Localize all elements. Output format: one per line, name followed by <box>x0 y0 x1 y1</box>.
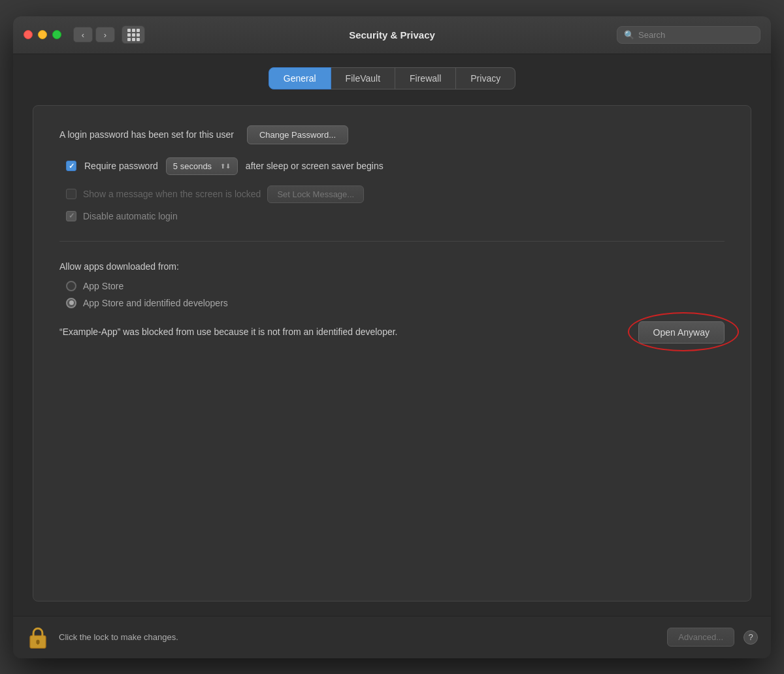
grid-icon <box>127 29 140 41</box>
search-bar[interactable]: 🔍 <box>617 26 760 44</box>
search-icon: 🔍 <box>624 30 634 40</box>
radio-app-store-label: App Store <box>83 281 123 291</box>
content-area: General FileVault Firewall Privacy A log… <box>13 54 771 616</box>
tab-bar: General FileVault Firewall Privacy <box>33 67 751 89</box>
back-button[interactable]: ‹ <box>73 27 93 42</box>
require-password-row: Require password 5 seconds ⬆⬇ after slee… <box>59 157 725 175</box>
footer-lock-text: Click the lock to make changes. <box>59 632 658 642</box>
tab-privacy[interactable]: Privacy <box>456 67 515 89</box>
show-message-checkbox[interactable] <box>66 189 76 199</box>
open-anyway-button[interactable]: Open Anyway <box>638 321 725 344</box>
advanced-button[interactable]: Advanced... <box>667 628 734 647</box>
disable-autologin-row: Disable automatic login <box>59 211 725 221</box>
dropdown-arrow-icon: ⬆⬇ <box>220 163 231 170</box>
help-button[interactable]: ? <box>743 630 758 645</box>
minimize-button[interactable] <box>38 30 47 39</box>
radio-app-store-row: App Store <box>59 281 725 291</box>
blocked-app-row: “Example-App” was blocked from use becau… <box>59 321 725 344</box>
open-anyway-container: Open Anyway <box>638 321 725 344</box>
footer: Click the lock to make changes. Advanced… <box>13 616 771 658</box>
window-title: Security & Privacy <box>349 29 435 40</box>
titlebar: ‹ › Security & Privacy 🔍 <box>13 16 771 54</box>
disable-autologin-label: Disable automatic login <box>83 211 178 221</box>
after-sleep-label: after sleep or screen saver begins <box>246 161 384 171</box>
require-password-label: Require password <box>84 161 158 171</box>
radio-app-store-developers-row: App Store and identified developers <box>59 298 725 308</box>
show-message-label: Show a message when the screen is locked <box>83 189 261 199</box>
password-info-label: A login password has been set for this u… <box>59 129 234 140</box>
set-lock-message-button[interactable]: Set Lock Message... <box>267 185 364 203</box>
nav-buttons: ‹ › <box>73 27 115 42</box>
radio-app-store-developers-label: App Store and identified developers <box>83 298 228 308</box>
require-password-checkbox[interactable] <box>66 161 76 171</box>
password-delay-dropdown[interactable]: 5 seconds ⬆⬇ <box>166 157 238 175</box>
allow-apps-title: Allow apps downloaded from: <box>59 261 725 272</box>
main-window: ‹ › Security & Privacy 🔍 General FileVau… <box>13 16 771 658</box>
allow-apps-section: Allow apps downloaded from: App Store Ap… <box>59 261 725 308</box>
password-delay-value: 5 seconds <box>173 161 212 171</box>
lock-icon[interactable] <box>26 626 50 649</box>
settings-panel: A login password has been set for this u… <box>33 105 751 602</box>
close-button[interactable] <box>24 30 33 39</box>
tab-filevault[interactable]: FileVault <box>331 67 395 89</box>
maximize-button[interactable] <box>52 30 61 39</box>
show-message-row: Show a message when the screen is locked… <box>59 185 725 203</box>
password-row: A login password has been set for this u… <box>59 125 725 144</box>
change-password-button[interactable]: Change Password... <box>247 125 348 144</box>
blocked-app-message: “Example-App” was blocked from use becau… <box>59 325 623 339</box>
radio-app-store-developers[interactable] <box>66 298 76 308</box>
radio-app-store[interactable] <box>66 281 76 291</box>
tab-general[interactable]: General <box>269 67 331 89</box>
forward-button[interactable]: › <box>95 27 115 42</box>
search-input[interactable] <box>638 30 753 40</box>
section-divider <box>59 241 725 242</box>
tab-firewall[interactable]: Firewall <box>395 67 456 89</box>
window-controls <box>24 30 61 39</box>
help-icon: ? <box>748 632 753 642</box>
disable-autologin-checkbox[interactable] <box>66 211 76 221</box>
grid-button[interactable] <box>122 25 145 44</box>
